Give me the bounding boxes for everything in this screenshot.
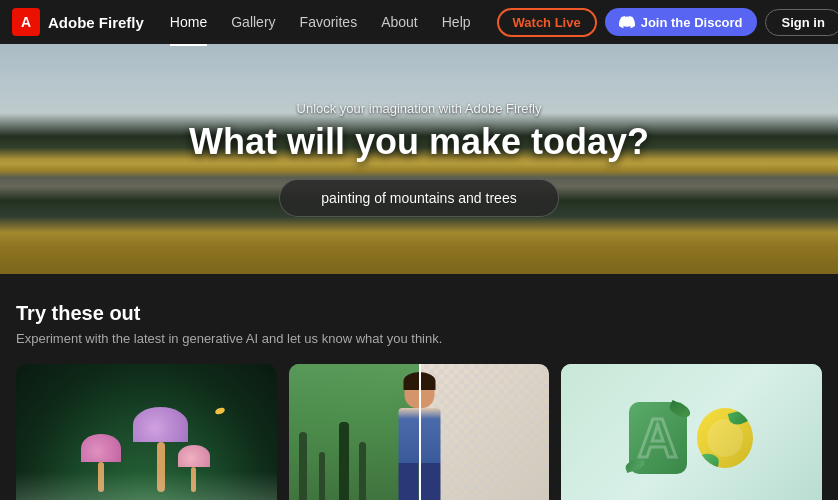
fog-overlay [16,472,277,500]
section-title: Try these out [16,302,822,325]
cards-row: A [16,364,822,500]
discord-icon [619,14,635,30]
nav-link-about[interactable]: About [371,10,428,34]
nav-link-help[interactable]: Help [432,10,481,34]
card-3-bg [561,364,822,500]
signin-button[interactable]: Sign in [765,9,838,36]
nav-link-favorites[interactable]: Favorites [290,10,368,34]
split-divider [419,364,421,500]
adobe-icon: A [12,8,40,36]
hero-content: Unlock your imagination with Adobe Firef… [0,44,838,274]
watch-live-button[interactable]: Watch Live [497,8,597,37]
nav-brand: Adobe Firefly [48,14,144,31]
navbar: A Adobe Firefly Home Gallery Favorites A… [0,0,838,44]
letter-a-art: A [629,402,687,474]
letter-o-art [695,402,755,474]
nav-link-home[interactable]: Home [160,10,217,34]
nav-link-gallery[interactable]: Gallery [221,10,285,34]
card-remove-bg[interactable] [289,364,550,500]
hero-search-input[interactable] [279,179,559,217]
nav-links: Home Gallery Favorites About Help [160,10,481,34]
nav-logo[interactable]: A Adobe Firefly [12,8,144,36]
card-typography[interactable]: A [561,364,822,500]
nav-actions: Watch Live Join the Discord Sign in [497,8,838,37]
hero-title: What will you make today? [189,122,649,162]
hero-subtitle: Unlock your imagination with Adobe Firef… [297,101,542,116]
discord-label: Join the Discord [641,15,743,30]
card-fantasy-forest[interactable] [16,364,277,500]
discord-button[interactable]: Join the Discord [605,8,757,36]
hero-section: Unlock your imagination with Adobe Firef… [0,44,838,274]
section-desc: Experiment with the latest in generative… [16,331,822,346]
try-section: Try these out Experiment with the latest… [0,274,838,500]
